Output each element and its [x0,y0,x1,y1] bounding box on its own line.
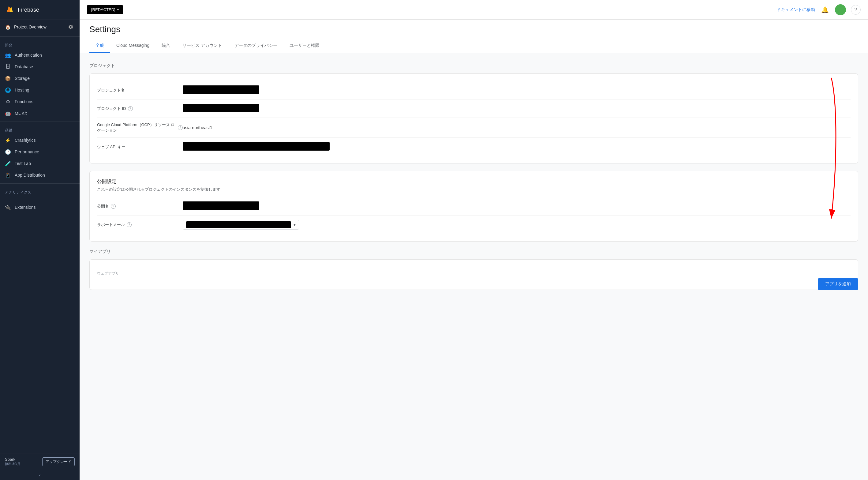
field-web-api-key-label: ウェブ API キー [97,144,125,150]
support-email-help-icon[interactable]: ? [127,222,132,227]
sidebar-item-performance-label: Performance [15,149,39,154]
sidebar-item-mlkit-label: ML Kit [15,111,27,116]
sidebar-divider-1 [0,36,80,37]
sidebar-item-extensions-label: Extensions [15,205,35,210]
app-web-col: ウェブアプリ [97,271,470,278]
public-name-help-icon[interactable]: ? [111,204,116,209]
field-project-id: プロジェクト ID ? [97,99,850,118]
sidebar-item-functions[interactable]: ⚙ Functions [0,96,80,108]
sidebar-collapse-button[interactable]: ‹ [0,470,80,480]
tab-users-permissions[interactable]: ユーザーと権限 [283,39,326,53]
field-web-api-key-value [183,142,850,152]
testlab-icon: 🧪 [5,160,11,167]
crashlytics-icon: ⚡ [5,137,11,143]
performance-icon: 🕐 [5,149,11,155]
tab-service-account[interactable]: サービス アカウント [176,39,228,53]
field-project-id-value [183,104,850,113]
app-web-col-label: ウェブアプリ [97,271,470,276]
spark-plan-label: Spark [5,457,21,462]
project-id-redacted [183,104,259,112]
sidebar-footer: Spark 無料 $0/月 アップグレード [0,453,80,470]
hosting-icon: 🌐 [5,87,11,93]
page-content: Settings 全般 Cloud Messaging 統合 サービス アカウン… [80,20,868,480]
notification-bell-icon[interactable]: 🔔 [820,5,830,15]
web-api-key-redacted [183,142,330,151]
tab-cloud-messaging[interactable]: Cloud Messaging [110,39,155,53]
topbar-project-label: [REDACTED] [91,7,115,12]
sidebar-item-appdist[interactable]: 📱 App Distribution [0,169,80,181]
home-icon: 🏠 [5,24,11,30]
tab-data-privacy[interactable]: データのプライバシー [228,39,283,53]
field-gcp-location: Google Cloud Platform（GCP）リソース ロケーション ? … [97,118,850,138]
field-public-name-value [183,202,850,211]
page-title: Settings [89,25,858,34]
field-gcp-location-value: asia-northeast1 [183,125,850,130]
my-apps-label: マイアプリ [89,249,858,254]
field-support-email-value: ▾ [183,220,850,230]
sidebar-item-database-label: Database [15,64,33,69]
extensions-icon: 🔌 [5,204,11,210]
public-settings-desc: これらの設定は公開されるプロジェクトのインスタンスを制御します [97,187,850,192]
functions-icon: ⚙ [5,98,11,105]
help-question-mark: ? [855,7,857,12]
field-public-name-label: 公開名 [97,204,109,209]
appdist-icon: 📱 [5,172,11,178]
sidebar-divider-4 [0,199,80,199]
help-icon[interactable]: ? [851,5,861,15]
content-area: プロジェクト プロジェクト名 プロジェクト ID ? [80,53,868,300]
project-overview-label: Project Overview [14,25,46,29]
project-id-help-icon[interactable]: ? [128,106,133,111]
collapse-icon: ‹ [39,473,41,478]
sidebar: Firebase 🏠 Project Overview 開発 👥 Authent… [0,0,80,480]
page-header: Settings 全般 Cloud Messaging 統合 サービス アカウン… [80,20,868,53]
support-email-dropdown[interactable]: ▾ [183,220,299,230]
sidebar-item-performance[interactable]: 🕐 Performance [0,146,80,158]
sidebar-item-hosting-label: Hosting [15,88,29,92]
tab-integration[interactable]: 統合 [155,39,176,53]
gear-icon [68,24,73,30]
sidebar-item-testlab-label: Test Lab [15,161,31,166]
project-card: プロジェクト名 プロジェクト ID ? [89,73,858,163]
dropdown-arrow-icon: ▾ [293,222,296,227]
sidebar-item-mlkit[interactable]: 🤖 ML Kit [0,108,80,119]
project-settings-button[interactable] [67,23,75,31]
analytics-section-label: アナリティクス [0,186,80,196]
project-overview-item[interactable]: 🏠 Project Overview [0,20,80,34]
database-icon: 🗄 [5,64,11,70]
app-card: ウェブアプリ [89,259,858,290]
field-public-name: 公開名 ? [97,197,850,215]
field-project-name-value [183,85,850,95]
sidebar-item-testlab[interactable]: 🧪 Test Lab [0,158,80,169]
public-settings-card: 公開設定 これらの設定は公開されるプロジェクトのインスタンスを制御します 公開名… [89,171,858,242]
tabs: 全般 Cloud Messaging 統合 サービス アカウント データのプライ… [89,39,858,53]
tab-general[interactable]: 全般 [89,39,110,53]
my-apps-section: マイアプリ ウェブアプリ [89,249,858,290]
public-settings-title: 公開設定 [97,178,850,185]
topbar-project-button[interactable]: [REDACTED] ▾ [87,5,123,14]
sidebar-item-extensions[interactable]: 🔌 Extensions [0,202,80,213]
spark-plan-sub: 無料 $0/月 [5,462,21,466]
sidebar-header: Firebase [0,0,80,20]
sidebar-item-hosting[interactable]: 🌐 Hosting [0,84,80,96]
field-support-email-label: サポートメール [97,222,125,228]
sidebar-item-storage[interactable]: 📦 Storage [0,72,80,84]
sidebar-item-database[interactable]: 🗄 Database [0,61,80,72]
add-app-button[interactable]: アプリを追加 [818,278,858,290]
gcp-location-help-icon[interactable]: ? [178,125,183,130]
upgrade-button[interactable]: アップグレード [42,457,75,466]
sidebar-item-authentication[interactable]: 👥 Authentication [0,49,80,61]
support-email-redacted [186,221,291,228]
public-name-redacted [183,202,259,210]
sidebar-divider-3 [0,183,80,184]
sidebar-title: Firebase [18,7,39,13]
avatar[interactable] [835,4,846,15]
project-section-label: プロジェクト [89,63,858,68]
sidebar-item-appdist-label: App Distribution [15,173,45,178]
field-project-name-label: プロジェクト名 [97,88,125,93]
project-name-redacted [183,85,259,94]
sidebar-item-crashlytics[interactable]: ⚡ Crashlytics [0,134,80,146]
topbar: [REDACTED] ▾ ドキュメントに移動 🔔 ? [80,0,868,20]
field-support-email: サポートメール ? ▾ [97,215,850,234]
sidebar-item-authentication-label: Authentication [15,53,42,58]
topbar-doc-link[interactable]: ドキュメントに移動 [776,7,815,12]
